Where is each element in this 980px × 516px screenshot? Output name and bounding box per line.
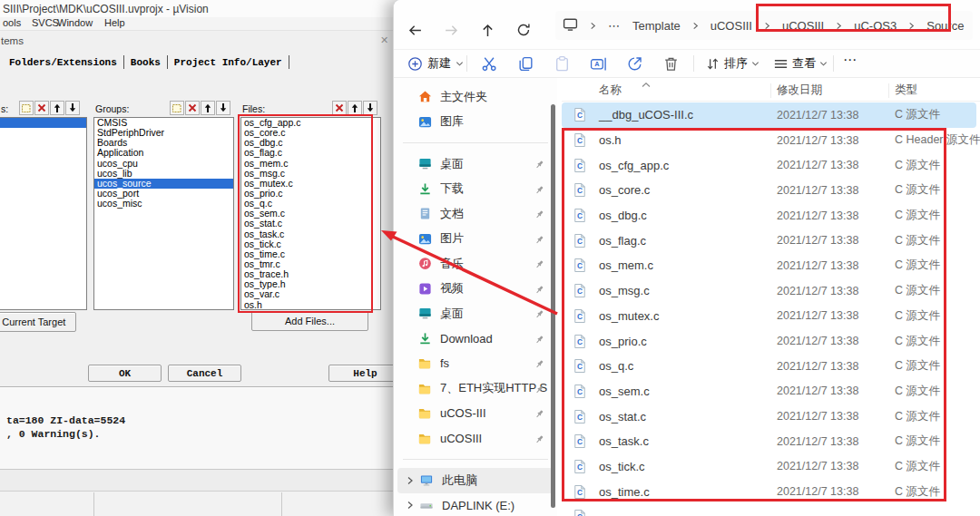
column-header-name[interactable]: 名称 <box>599 83 777 98</box>
see-more-button[interactable]: ⋯ <box>843 52 858 68</box>
file-row[interactable]: C os_prio.c 2021/12/7 13:38 C 源文件 <box>562 328 976 354</box>
file-row[interactable]: C os_time.c 2021/12/7 13:38 C 源文件 <box>562 479 976 504</box>
file-row[interactable]: C os_mem.c 2021/12/7 13:38 C 源文件 <box>562 253 976 278</box>
tab-project-info-layer[interactable]: Project Info/Layer <box>168 56 289 69</box>
file-row[interactable]: C os_tick.c 2021/12/7 13:38 C 源文件 <box>562 454 976 480</box>
sort-button[interactable]: 排序 <box>705 55 760 72</box>
file-row[interactable]: C os_stat.c 2021/12/7 13:38 C 源文件 <box>562 404 976 429</box>
target-move-up-button[interactable] <box>50 101 64 115</box>
breadcrumb-item-template[interactable]: Template <box>631 18 682 34</box>
file-item-row[interactable]: os_var.c <box>241 289 380 299</box>
file-delete-button[interactable] <box>332 101 347 115</box>
file-move-up-button[interactable] <box>348 101 362 115</box>
chevron-right-icon[interactable] <box>403 476 417 485</box>
pin-icon <box>534 159 544 172</box>
menu-svcs[interactable]: SVCS <box>32 17 59 28</box>
set-as-current-target-button[interactable]: s Current Target <box>0 312 76 332</box>
rename-button[interactable]: A <box>589 54 607 73</box>
sidebar-item[interactable]: Download <box>397 326 554 352</box>
chevron-down-icon <box>819 60 828 68</box>
up-button[interactable] <box>475 18 499 42</box>
forward-button[interactable] <box>439 18 463 42</box>
sidebar-item[interactable]: 下载 <box>397 177 554 202</box>
copy-button[interactable] <box>516 54 534 73</box>
sidebar-item[interactable]: fs <box>397 351 554 376</box>
group-move-up-button[interactable] <box>201 101 215 115</box>
sidebar-item[interactable]: 视频 <box>397 277 554 302</box>
dialog-close-icon[interactable]: ✕ <box>380 34 388 46</box>
sidebar-item[interactable]: 桌面 <box>397 301 554 326</box>
target-new-button[interactable] <box>19 101 34 115</box>
tab-folders-extensions[interactable]: Folders/Extensions <box>3 56 123 69</box>
group-move-down-button[interactable] <box>216 101 230 115</box>
file-row[interactable]: C os_flag.c 2021/12/7 13:38 C 源文件 <box>562 228 976 253</box>
back-button[interactable] <box>403 18 426 42</box>
menu-window[interactable]: Window <box>57 17 93 28</box>
music-icon <box>417 257 432 271</box>
ok-button[interactable]: OK <box>88 365 162 382</box>
column-header-date[interactable]: 修改日期 <box>777 83 895 98</box>
c-file-icon: C <box>573 409 599 424</box>
tab-books[interactable]: Books <box>124 56 167 69</box>
breadcrumb-item-uc-os3[interactable]: uC-OS3 <box>852 18 898 34</box>
sidebar-item[interactable]: 桌面 <box>397 151 554 177</box>
targets-list[interactable] <box>0 117 87 310</box>
sidebar-item[interactable]: DAPLINK (E:) <box>397 493 554 516</box>
sidebar-item[interactable]: 音乐 <box>397 251 554 277</box>
sidebar-item[interactable]: 此电脑 <box>397 468 554 493</box>
group-row[interactable]: ucos_misc <box>94 199 233 209</box>
view-button[interactable]: 查看 <box>773 55 828 72</box>
file-item-row[interactable]: os.h <box>241 300 380 310</box>
current-location-icon[interactable] <box>561 15 580 35</box>
group-delete-button[interactable] <box>185 101 200 115</box>
file-row[interactable]: C __dbg_uCOS-III.c 2021/12/7 13:38 C 源文件 <box>562 102 976 128</box>
file-row[interactable]: C os_dbg.c 2021/12/7 13:38 C 源文件 <box>562 203 976 229</box>
column-header-type[interactable]: 类型 <box>895 83 980 98</box>
cut-button[interactable] <box>480 54 498 73</box>
chevron-right-icon[interactable] <box>403 501 417 510</box>
sidebar-item[interactable]: uCOS-III <box>397 401 554 426</box>
share-button[interactable] <box>625 54 643 73</box>
file-row[interactable]: C os_sem.c 2021/12/7 13:38 C 源文件 <box>562 379 976 404</box>
file-row[interactable]: C os_q.c 2021/12/7 13:38 C 源文件 <box>562 354 976 379</box>
groups-list[interactable]: CMSISStdPeriphDriverBoardsApplicationuco… <box>93 117 234 310</box>
sidebar-item[interactable]: 图片 <box>397 227 554 252</box>
paste-button[interactable] <box>553 54 571 73</box>
add-files-button[interactable]: Add Files... <box>251 311 368 331</box>
sidebar-scrollbar[interactable] <box>551 104 555 508</box>
file-move-down-button[interactable] <box>363 101 377 115</box>
delete-button[interactable] <box>662 54 680 73</box>
breadcrumb-item-ucosiii[interactable]: uCOSIII <box>709 18 754 34</box>
help-button[interactable]: Help <box>328 365 402 382</box>
target-row[interactable] <box>0 118 86 128</box>
file-row[interactable]: C os_msg.c 2021/12/7 13:38 C 源文件 <box>562 278 976 304</box>
column-divider[interactable] <box>888 83 889 98</box>
menu-tools-partial[interactable]: ools <box>3 17 21 28</box>
column-divider[interactable] <box>770 83 771 98</box>
breadcrumb-overflow[interactable]: ⋯ <box>606 18 622 34</box>
breadcrumb-item-source[interactable]: Source <box>925 18 965 34</box>
download-icon <box>417 181 432 196</box>
file-row[interactable]: C os_core.c 2021/12/7 13:38 C 源文件 <box>562 178 976 203</box>
toolbar-divider <box>693 55 694 72</box>
target-move-down-button[interactable] <box>65 101 80 115</box>
target-delete-button[interactable] <box>34 101 49 115</box>
sidebar-item[interactable]: uCOSIII <box>397 426 554 452</box>
new-button[interactable]: 新建 <box>407 55 464 72</box>
cancel-button[interactable]: Cancel <box>168 365 241 382</box>
chevron-right-icon <box>763 21 771 31</box>
menu-help[interactable]: Help <box>104 17 125 28</box>
refresh-button[interactable] <box>512 18 535 42</box>
sidebar-item[interactable]: 主文件夹 <box>397 84 554 110</box>
file-row[interactable]: C os_mutex.c 2021/12/7 13:38 C 源文件 <box>562 304 976 329</box>
group-new-button[interactable] <box>170 101 184 115</box>
file-row[interactable]: C os_task.c 2021/12/7 13:38 C 源文件 <box>562 429 976 454</box>
sidebar-item[interactable]: 7、ETH实现HTTP Serve <box>397 376 554 402</box>
file-row[interactable]: C os_cfg_app.c 2021/12/7 13:38 C 源文件 <box>562 152 976 178</box>
file-row[interactable]: C <box>562 504 976 516</box>
file-row[interactable]: C os.h 2021/12/7 13:38 C Header 源文件 <box>562 128 976 153</box>
files-list[interactable]: os_cfg_app.cos_core.cos_dbg.cos_flag.cos… <box>240 117 381 310</box>
sidebar-item[interactable]: 图库 <box>397 110 554 135</box>
sidebar-item[interactable]: 文档 <box>397 201 554 227</box>
breadcrumb-item-ucosiii2[interactable]: uCOSIII <box>780 18 826 34</box>
